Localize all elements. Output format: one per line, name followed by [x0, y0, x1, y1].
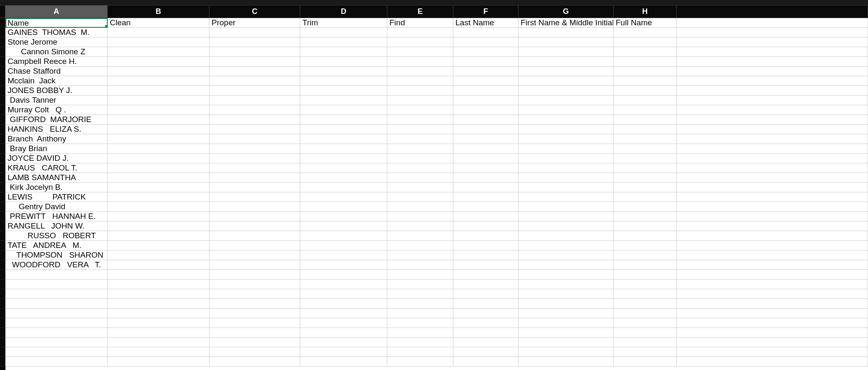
cell-extra[interactable] — [677, 76, 868, 86]
cell-D[interactable] — [300, 86, 387, 96]
cell-extra[interactable] — [677, 328, 868, 338]
cell-C[interactable] — [209, 357, 300, 367]
cell-E[interactable] — [387, 241, 453, 250]
cell-A[interactable]: THOMPSON SHARON — [5, 250, 108, 260]
cell-extra[interactable] — [677, 192, 868, 202]
row-header[interactable] — [0, 221, 5, 231]
cell-A[interactable] — [5, 279, 108, 289]
cell-E[interactable] — [387, 299, 453, 309]
cell-A[interactable] — [5, 338, 108, 347]
cell-C[interactable] — [209, 318, 300, 328]
cell-A[interactable]: LEWIS PATRICK — [5, 192, 108, 202]
row-header[interactable] — [0, 212, 5, 221]
cell-D[interactable] — [300, 279, 387, 289]
row-header[interactable] — [0, 260, 5, 270]
cell-G[interactable] — [519, 309, 614, 318]
row-header[interactable] — [0, 299, 5, 309]
cell-D[interactable] — [300, 173, 387, 183]
cell-G[interactable] — [519, 37, 614, 47]
cell-E[interactable] — [387, 309, 453, 318]
cell-A[interactable] — [5, 318, 108, 328]
cell-C[interactable] — [209, 115, 300, 125]
cell-H[interactable] — [614, 309, 677, 318]
cell-G[interactable] — [519, 289, 614, 299]
row-header[interactable] — [0, 37, 5, 47]
cell-B[interactable] — [108, 105, 209, 115]
cell-B[interactable] — [108, 76, 209, 86]
cell-A[interactable]: Campbell Reece H. — [5, 57, 108, 67]
cell-D[interactable] — [300, 250, 387, 260]
cell-G[interactable] — [519, 57, 614, 67]
cell-extra[interactable] — [677, 47, 868, 57]
cell-B[interactable] — [108, 221, 209, 231]
cell-extra[interactable] — [677, 67, 868, 76]
cell-F[interactable]: Last Name — [453, 18, 519, 28]
cell-H[interactable] — [614, 241, 677, 250]
cell-E[interactable] — [387, 37, 453, 47]
cell-H[interactable] — [614, 173, 677, 183]
cell-F[interactable] — [453, 328, 519, 338]
cell-E[interactable] — [387, 260, 453, 270]
cell-E[interactable] — [387, 115, 453, 125]
cell-G[interactable] — [519, 47, 614, 57]
cell-H[interactable] — [614, 192, 677, 202]
cell-C[interactable] — [209, 134, 300, 144]
cell-D[interactable] — [300, 347, 387, 357]
cell-A[interactable] — [5, 309, 108, 318]
cell-H[interactable] — [614, 57, 677, 67]
cell-B[interactable] — [108, 192, 209, 202]
cell-D[interactable] — [300, 183, 387, 192]
cell-C[interactable] — [209, 289, 300, 299]
cell-A[interactable]: RANGELL JOHN W. — [5, 221, 108, 231]
cell-C[interactable] — [209, 173, 300, 183]
cell-B[interactable] — [108, 338, 209, 347]
cell-F[interactable] — [453, 279, 519, 289]
cell-H[interactable] — [614, 289, 677, 299]
cell-extra[interactable] — [677, 154, 868, 163]
cell-G[interactable] — [519, 347, 614, 357]
cell-C[interactable] — [209, 47, 300, 57]
cell-D[interactable] — [300, 28, 387, 37]
cell-E[interactable] — [387, 221, 453, 231]
cell-E[interactable] — [387, 144, 453, 154]
cell-B[interactable] — [108, 96, 209, 105]
cell-G[interactable] — [519, 279, 614, 289]
cell-H[interactable] — [614, 96, 677, 105]
cell-extra[interactable] — [677, 202, 868, 212]
cell-C[interactable] — [209, 163, 300, 173]
row-header[interactable] — [0, 125, 5, 134]
cell-C[interactable] — [209, 279, 300, 289]
cell-E[interactable] — [387, 105, 453, 115]
cell-E[interactable] — [387, 318, 453, 328]
cell-G[interactable] — [519, 183, 614, 192]
cell-F[interactable] — [453, 86, 519, 96]
cell-F[interactable] — [453, 96, 519, 105]
cell-extra[interactable] — [677, 309, 868, 318]
cell-B[interactable] — [108, 28, 209, 37]
cell-H[interactable] — [614, 163, 677, 173]
cell-C[interactable] — [209, 67, 300, 76]
cell-C[interactable] — [209, 338, 300, 347]
cell-extra[interactable] — [677, 57, 868, 67]
cell-extra[interactable] — [677, 144, 868, 154]
cell-G[interactable] — [519, 250, 614, 260]
cell-C[interactable] — [209, 86, 300, 96]
cell-H[interactable] — [614, 47, 677, 57]
cell-B[interactable] — [108, 347, 209, 357]
cell-F[interactable] — [453, 289, 519, 299]
cell-F[interactable] — [453, 57, 519, 67]
cell-H[interactable] — [614, 250, 677, 260]
cell-G[interactable] — [519, 105, 614, 115]
cell-C[interactable] — [209, 57, 300, 67]
cell-G[interactable] — [519, 163, 614, 173]
cell-G[interactable] — [519, 338, 614, 347]
cell-G[interactable] — [519, 318, 614, 328]
cell-H[interactable] — [614, 67, 677, 76]
cell-H[interactable] — [614, 86, 677, 96]
cell-H[interactable] — [614, 299, 677, 309]
cell-B[interactable] — [108, 144, 209, 154]
cell-F[interactable] — [453, 212, 519, 221]
row-header[interactable] — [0, 309, 5, 318]
cell-G[interactable] — [519, 270, 614, 279]
row-header[interactable] — [0, 86, 5, 96]
